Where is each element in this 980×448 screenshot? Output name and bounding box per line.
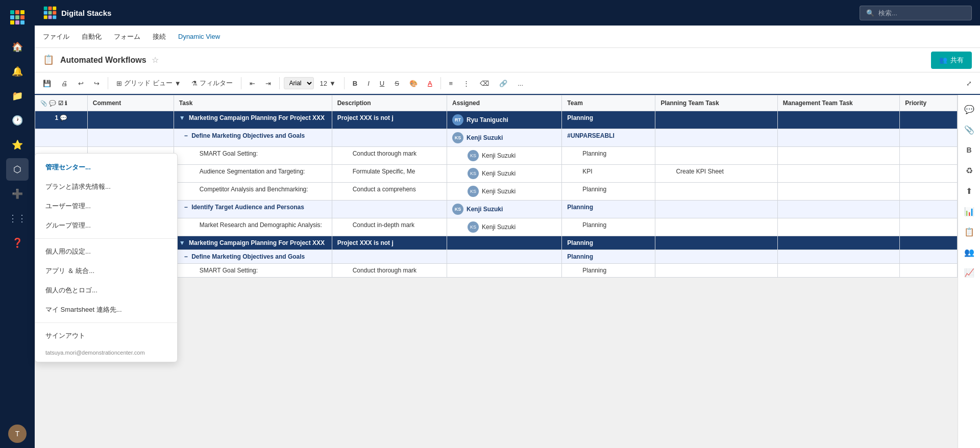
user-avatar[interactable]: T xyxy=(8,425,27,443)
dropdown-item-smartsheet-contacts[interactable]: マイ Smartsheet 連絡先... xyxy=(35,300,177,319)
row-comment-cell xyxy=(87,111,174,129)
info-header-icon: ℹ xyxy=(65,100,67,106)
link-button[interactable]: 🔗 xyxy=(495,78,511,89)
row-description-cell xyxy=(332,250,447,264)
dropdown-item-billing[interactable]: プランと請求先情報... xyxy=(35,177,177,196)
dropdown-divider-1 xyxy=(35,238,177,239)
row-assigned-cell xyxy=(447,250,562,264)
collapse-icon[interactable]: − xyxy=(184,204,188,211)
search-bar[interactable]: 🔍 xyxy=(860,6,972,20)
indent-increase-button[interactable]: ⇥ xyxy=(261,78,275,89)
row-task-text: Identify Target Audience and Personas xyxy=(191,204,304,211)
row-description-cell[interactable]: Project XXX is not j xyxy=(332,111,447,129)
save-button[interactable]: 💾 xyxy=(39,78,55,89)
row-management-cell xyxy=(777,183,899,201)
dropdown-item-admin-center[interactable]: 管理センター... xyxy=(35,158,177,177)
nav-dynamic-view[interactable]: Dynamic View xyxy=(178,31,220,42)
toolbar: 💾 🖨 ↩ ↪ ⊞ グリッド ビュー ▼ ⚗ フィルター ⇤ ⇥ Arial 1… xyxy=(35,72,980,95)
row-task-cell[interactable]: Audience Segmentation and Targeting: xyxy=(174,165,332,183)
favorite-icon[interactable]: ☆ xyxy=(152,55,159,65)
activity-panel-icon[interactable]: 📊 xyxy=(960,202,978,220)
attachments-panel-icon[interactable]: 📎 xyxy=(960,120,978,139)
collapse-icon[interactable]: ▼ xyxy=(179,239,185,246)
row-priority-cell xyxy=(900,165,958,183)
row-task-cell[interactable]: Competitor Analysis and Benchmarking: xyxy=(174,183,332,201)
eraser-button[interactable]: ⌫ xyxy=(476,78,493,89)
assigned-name: Kenji Suzuki xyxy=(482,188,516,195)
summary-panel-icon[interactable]: 📋 xyxy=(960,222,978,241)
row-planning-cell xyxy=(655,183,777,201)
table-row: 1 💬 ▼ Marketing Campaign Planning For Pr… xyxy=(35,111,958,129)
row-task-cell[interactable]: Market Research and Demographic Analysis… xyxy=(174,218,332,236)
align-button[interactable]: ≡ xyxy=(445,78,457,89)
collapse-icon[interactable]: ▼ xyxy=(179,114,185,121)
redo-button[interactable]: ↪ xyxy=(90,78,104,89)
italic-button[interactable]: I xyxy=(363,78,374,89)
row-task-cell[interactable]: SMART Goal Setting: xyxy=(174,147,332,165)
row-description-cell: Conduct thorough mark xyxy=(332,147,447,165)
print-button[interactable]: 🖨 xyxy=(57,78,72,89)
format-panel-icon[interactable]: B xyxy=(960,141,978,159)
row-task-cell[interactable]: − Define Marketing Objectives and Goals xyxy=(174,250,332,264)
sidebar-item-notifications[interactable]: 🔔 xyxy=(6,60,29,83)
col-header-assigned: Assigned xyxy=(447,95,562,111)
row-task-cell[interactable]: − Identify Target Audience and Personas xyxy=(174,201,332,218)
fill-color-button[interactable]: 🎨 xyxy=(405,78,422,89)
sidebar-item-favorites[interactable]: ⭐ xyxy=(6,134,29,156)
sidebar-item-help[interactable]: ❓ xyxy=(6,232,29,254)
nav-file[interactable]: ファイル xyxy=(43,30,69,43)
dropdown-item-signout[interactable]: サインアウト xyxy=(35,326,177,345)
avatar: KS xyxy=(468,150,479,161)
sidebar-item-new[interactable]: ➕ xyxy=(6,183,29,205)
svg-rect-10 xyxy=(48,7,52,10)
strikethrough-button[interactable]: S xyxy=(390,78,403,89)
dropdown-item-group-management[interactable]: グループ管理... xyxy=(35,216,177,235)
share-label: 共有 xyxy=(950,56,964,65)
dropdown-item-personal-settings[interactable]: 個人用の設定... xyxy=(35,242,177,261)
dropdown-divider-2 xyxy=(35,322,177,323)
bold-button[interactable]: B xyxy=(349,78,361,89)
sidebar-item-workspaces[interactable]: ⬡ xyxy=(6,158,29,181)
nav-connect[interactable]: 接続 xyxy=(153,30,166,43)
nav-automation[interactable]: 自動化 xyxy=(82,30,102,43)
row-task-cell[interactable]: − Define Marketing Objectives and Goals xyxy=(174,129,332,147)
dropdown-item-user-management[interactable]: ユーザー管理... xyxy=(35,196,177,216)
more-button[interactable]: ... xyxy=(513,78,527,89)
font-selector[interactable]: Arial xyxy=(284,77,314,89)
filter-button[interactable]: ⚗ フィルター xyxy=(187,77,237,90)
collapse-icon[interactable]: − xyxy=(184,253,188,260)
collapse-icon[interactable]: − xyxy=(184,132,188,139)
nav-forms[interactable]: フォーム xyxy=(114,30,140,43)
row-task-cell[interactable]: ▼ Marketing Campaign Planning For Projec… xyxy=(174,111,332,129)
comments-panel-icon[interactable]: 💬 xyxy=(960,100,978,118)
row-task-cell[interactable]: ▼ Marketing Campaign Planning For Projec… xyxy=(174,236,332,250)
search-input[interactable] xyxy=(878,9,965,17)
svg-rect-5 xyxy=(20,15,24,19)
indent-decrease-button[interactable]: ⇤ xyxy=(246,78,259,89)
row-task-cell[interactable]: SMART Goal Setting: xyxy=(174,264,332,278)
fullscreen-button[interactable]: ⤢ xyxy=(962,78,976,89)
chart-panel-icon[interactable]: 📈 xyxy=(960,263,978,282)
undo-button[interactable]: ↩ xyxy=(74,78,88,89)
row-description-cell xyxy=(332,129,447,147)
indent-button[interactable]: ⋮ xyxy=(459,78,474,89)
sidebar-item-browse[interactable]: 📁 xyxy=(6,85,29,107)
svg-rect-16 xyxy=(48,15,52,19)
sidebar-item-apps[interactable]: ⋮⋮ xyxy=(6,207,29,230)
upload-panel-icon[interactable]: ⬆ xyxy=(960,182,978,200)
font-size-button[interactable]: 12 ▼ xyxy=(316,78,340,89)
text-color-button[interactable]: A xyxy=(424,78,436,89)
share-button[interactable]: 👥 共有 xyxy=(931,52,972,69)
grid-view-button[interactable]: ⊞ グリッド ビュー ▼ xyxy=(112,77,185,90)
row-number xyxy=(35,129,88,147)
dropdown-item-personal-branding[interactable]: 個人の色とロゴ... xyxy=(35,281,177,300)
row-description-cell: Conduct a comprehens xyxy=(332,183,447,201)
sidebar-item-recents[interactable]: 🕐 xyxy=(6,109,29,132)
automation-panel-icon[interactable]: ♻ xyxy=(960,161,978,180)
sidebar-item-home[interactable]: 🏠 xyxy=(6,36,29,58)
underline-button[interactable]: U xyxy=(376,78,388,89)
row-description-cell[interactable]: Project XXX is not j xyxy=(332,236,447,250)
contacts-panel-icon[interactable]: 👥 xyxy=(960,243,978,261)
svg-rect-0 xyxy=(10,10,14,14)
dropdown-item-apps-integrations[interactable]: アプリ ＆ 統合... xyxy=(35,261,177,281)
